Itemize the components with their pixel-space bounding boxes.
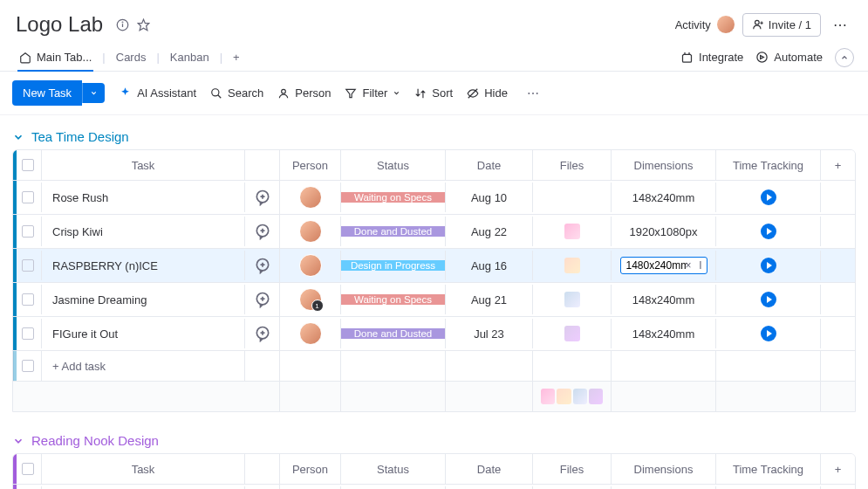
task-name[interactable]: Rose Rush — [41, 183, 244, 212]
files-cell[interactable] — [532, 319, 611, 348]
invite-button[interactable]: Invite / 1 — [742, 13, 821, 37]
tab-kanban[interactable]: Kanban — [161, 44, 218, 71]
play-icon[interactable] — [761, 292, 776, 307]
add-comment-button[interactable] — [244, 251, 279, 280]
files-cell[interactable] — [532, 251, 611, 280]
table-row[interactable]: FIGure it Out Done and Dusted Jul 23 148… — [13, 316, 855, 350]
task-name[interactable]: RASPBERRY (n)ICE — [41, 251, 244, 280]
status-cell[interactable]: Waiting on Specs — [341, 192, 445, 203]
star-icon[interactable] — [136, 17, 150, 31]
col-files[interactable]: Files — [532, 454, 611, 484]
col-dimensions[interactable]: Dimensions — [611, 454, 715, 484]
add-task-button[interactable]: + Add task — [41, 351, 244, 381]
group-header-tea-time[interactable]: Tea Time Design — [12, 124, 856, 149]
col-time[interactable]: Time Tracking — [715, 454, 820, 484]
dimensions-cell[interactable]: 148x240mm — [611, 319, 715, 348]
col-date[interactable]: Date — [445, 150, 532, 180]
add-comment-button[interactable] — [244, 319, 279, 348]
more-icon[interactable]: ⋯ — [828, 13, 852, 37]
date-cell[interactable]: Aug 21 — [445, 285, 532, 314]
task-name[interactable]: Jasmine Dreaming — [41, 285, 244, 314]
ai-assistant-button[interactable]: AI Assistant — [119, 86, 196, 100]
date-cell[interactable]: Jul 23 — [445, 319, 532, 348]
info-icon[interactable] — [115, 17, 129, 31]
new-task-button[interactable]: New Task — [12, 80, 105, 106]
person-avatar[interactable] — [299, 322, 322, 345]
status-cell[interactable]: Waiting on Specs — [341, 294, 445, 305]
play-icon[interactable] — [761, 258, 776, 273]
person-filter-button[interactable]: Person — [277, 86, 331, 100]
table-row[interactable]: Design 1 Waiting on Specs Aug 30 148x240… — [13, 484, 855, 489]
tab-cards[interactable]: Cards — [107, 44, 155, 71]
time-tracking-cell[interactable] — [715, 285, 820, 314]
date-cell[interactable]: Aug 10 — [445, 183, 532, 212]
filter-button[interactable]: Filter — [345, 86, 400, 100]
row-checkbox[interactable] — [22, 327, 34, 340]
row-checkbox[interactable] — [22, 225, 34, 238]
table-row[interactable]: Crisp Kiwi Done and Dusted Aug 22 1920x1… — [13, 214, 855, 248]
play-icon[interactable] — [761, 326, 776, 341]
col-person[interactable]: Person — [279, 150, 340, 180]
person-avatar[interactable] — [299, 186, 322, 209]
automate-button[interactable]: Automate — [755, 51, 823, 64]
status-cell[interactable]: Design in Progress — [341, 260, 445, 271]
date-cell[interactable]: Aug 22 — [445, 217, 532, 246]
person-avatar[interactable] — [299, 288, 322, 311]
clear-icon[interactable]: × — [685, 259, 691, 272]
files-cell[interactable] — [532, 217, 611, 246]
time-tracking-cell[interactable] — [715, 251, 820, 280]
table-row[interactable]: Rose Rush Waiting on Specs Aug 10 148x24… — [13, 180, 855, 214]
add-comment-button[interactable] — [244, 217, 279, 246]
collapse-icon[interactable] — [835, 48, 854, 67]
col-time[interactable]: Time Tracking — [715, 150, 820, 180]
files-cell[interactable] — [532, 285, 611, 314]
add-column-button[interactable]: + — [820, 454, 855, 484]
play-icon[interactable] — [761, 224, 776, 239]
select-all-checkbox[interactable] — [22, 463, 34, 475]
sort-button[interactable]: Sort — [414, 86, 453, 100]
task-name[interactable]: Crisp Kiwi — [41, 217, 244, 246]
search-button[interactable]: Search — [210, 86, 263, 100]
add-column-button[interactable]: + — [820, 150, 855, 180]
col-status[interactable]: Status — [340, 150, 445, 180]
col-date[interactable]: Date — [445, 454, 532, 484]
table-row[interactable]: Jasmine Dreaming Waiting on Specs Aug 21… — [13, 282, 855, 316]
time-tracking-cell[interactable] — [715, 319, 820, 348]
dimensions-cell[interactable]: 148x240mm — [611, 285, 715, 314]
row-checkbox[interactable] — [22, 191, 34, 203]
status-cell[interactable]: Done and Dusted — [341, 226, 445, 237]
file-thumbnail[interactable] — [564, 224, 580, 239]
select-all-checkbox[interactable] — [22, 159, 34, 171]
play-icon[interactable] — [761, 189, 776, 205]
hide-button[interactable]: Hide — [467, 86, 508, 100]
toolbar-more-icon[interactable]: ⋯ — [522, 83, 544, 104]
dimensions-cell[interactable]: 1920x1080px — [611, 217, 715, 246]
add-tab-button[interactable]: + — [224, 44, 249, 71]
file-thumbnail[interactable] — [564, 292, 580, 307]
time-tracking-cell[interactable] — [715, 217, 820, 246]
row-checkbox[interactable] — [22, 360, 34, 372]
row-checkbox[interactable] — [22, 293, 34, 306]
col-task[interactable]: Task — [41, 150, 244, 180]
person-avatar[interactable] — [299, 220, 322, 243]
add-comment-button[interactable] — [244, 183, 279, 212]
col-dimensions[interactable]: Dimensions — [611, 150, 715, 180]
dimensions-cell[interactable]: 148x240mm — [611, 183, 715, 212]
status-cell[interactable]: Done and Dusted — [341, 328, 445, 339]
file-thumbnail[interactable] — [564, 326, 580, 341]
col-status[interactable]: Status — [340, 454, 445, 484]
col-files[interactable]: Files — [532, 150, 611, 180]
col-person[interactable]: Person — [279, 454, 340, 484]
add-comment-button[interactable] — [244, 285, 279, 314]
row-checkbox[interactable] — [22, 259, 34, 272]
activity-link[interactable]: Activity — [675, 15, 735, 34]
task-name[interactable]: FIGure it Out — [41, 319, 244, 348]
chevron-down-icon[interactable] — [82, 83, 105, 103]
tab-main-table[interactable]: Main Tab... — [10, 44, 100, 71]
person-avatar[interactable] — [299, 254, 322, 277]
dimensions-input[interactable] — [620, 257, 707, 274]
col-task[interactable]: Task — [41, 454, 244, 484]
group-header-reading-nook[interactable]: Reading Nook Design — [12, 428, 856, 453]
file-thumbnail[interactable] — [564, 258, 580, 273]
integrate-button[interactable]: Integrate — [680, 51, 743, 64]
